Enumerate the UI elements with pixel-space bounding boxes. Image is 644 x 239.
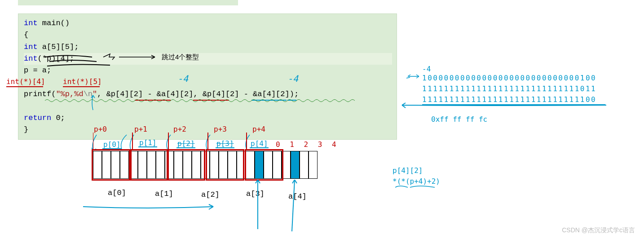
redbox-p3 bbox=[206, 149, 244, 181]
redbox-p2 bbox=[167, 149, 205, 181]
pi1: p[1] bbox=[139, 138, 157, 147]
cell-a42 bbox=[291, 151, 300, 179]
pi2: p[2] bbox=[177, 139, 195, 148]
a0-label: a[0] bbox=[108, 189, 126, 197]
a2-label: a[2] bbox=[201, 190, 220, 199]
small-arrow bbox=[406, 72, 423, 81]
blue-arrows-bottom bbox=[81, 180, 332, 234]
bits-line2: 11111111111111111111111111111011 bbox=[422, 84, 596, 93]
bits-line1: 10000000000000000000000000000100 bbox=[422, 74, 596, 82]
bits-neg4: -4 bbox=[422, 65, 431, 73]
a3-label: a[3] bbox=[246, 190, 265, 198]
p-plus-0: p+0 bbox=[94, 125, 107, 133]
a1-label: a[1] bbox=[155, 190, 173, 198]
redbox-p4 bbox=[245, 149, 283, 181]
p42-label: p[4][2] bbox=[393, 166, 423, 175]
minus4-right: -4 bbox=[287, 73, 298, 84]
code-block: int main() { int a[5][5]; int(*p)[4]; p … bbox=[18, 13, 397, 140]
index-labels: 0 1 2 3 4 bbox=[276, 140, 339, 149]
pi0: p[0] bbox=[103, 140, 121, 149]
skip4-label: 跳过4个整型 bbox=[162, 53, 199, 62]
watermark: CSDN @杰沉浸式学c语言 bbox=[562, 226, 635, 235]
bits-line3: 11111111111111111111111111111100 bbox=[422, 95, 596, 104]
minus4-left: -4 bbox=[177, 73, 188, 84]
svg-line-7 bbox=[292, 180, 295, 231]
pi4: p[4] bbox=[251, 139, 268, 148]
deref-label: *(*(p+4)+2) bbox=[393, 177, 440, 186]
p-plus-4: p+4 bbox=[252, 125, 265, 133]
type-label-4: int(*)[4] bbox=[6, 77, 45, 86]
redbox-p1 bbox=[130, 149, 169, 181]
a4-label: a[4] bbox=[288, 192, 307, 201]
p-plus-3: p+3 bbox=[214, 125, 227, 133]
type-label-5: int(*)[5] bbox=[63, 77, 102, 86]
hex-label: 0xff ff ff fc bbox=[431, 115, 487, 124]
redbox-p0 bbox=[92, 149, 130, 181]
p-plus-2: p+2 bbox=[173, 125, 186, 133]
p-plus-1: p+1 bbox=[134, 125, 147, 133]
deref-underline bbox=[395, 185, 440, 190]
pi3: p[3] bbox=[216, 139, 234, 148]
